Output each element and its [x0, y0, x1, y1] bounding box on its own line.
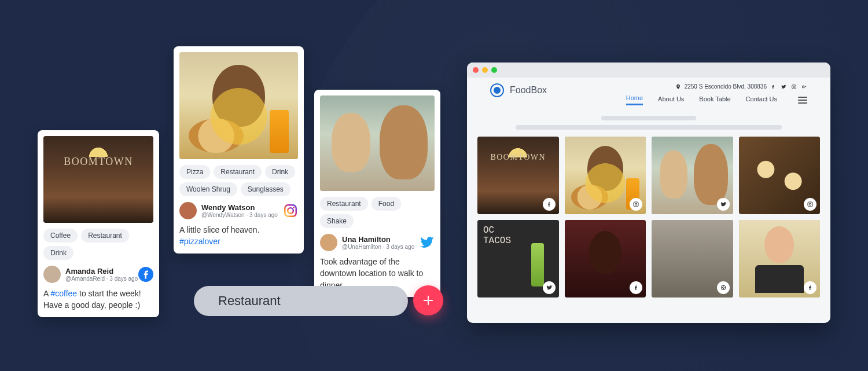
- avatar[interactable]: [179, 202, 197, 219]
- tag[interactable]: Drink: [43, 246, 73, 260]
- tag[interactable]: Restaurant: [320, 197, 368, 211]
- facebook-icon: [543, 198, 556, 211]
- window-min-icon[interactable]: [482, 67, 488, 73]
- author-name: Wendy Watson: [201, 203, 278, 212]
- instagram-icon[interactable]: [791, 84, 797, 90]
- svg-point-5: [793, 86, 795, 87]
- plus-icon: [422, 294, 435, 307]
- instagram-icon[interactable]: [283, 203, 298, 218]
- social-card: Restaurant Food Shake Una Hamilton @UnaH…: [314, 90, 440, 297]
- tag[interactable]: Sunglasses: [241, 182, 290, 196]
- facebook-icon[interactable]: [770, 84, 776, 90]
- post-image: [43, 136, 153, 223]
- social-card: Pizza Restaurant Drink Woolen Shrug Sung…: [174, 46, 304, 254]
- svg-rect-8: [808, 202, 812, 207]
- google-plus-icon[interactable]: [801, 84, 807, 90]
- hashtag-link[interactable]: #pizzalover: [179, 237, 220, 246]
- window-max-icon[interactable]: [491, 67, 497, 73]
- post-text: A little slice of heaven. #pizzalover: [179, 224, 298, 248]
- twitter-icon[interactable]: [420, 235, 435, 250]
- nav-link-contact[interactable]: Contact Us: [746, 95, 777, 105]
- post-text: A #coffee to start the week! Have a good…: [43, 288, 153, 311]
- post-image: [179, 52, 298, 159]
- feed-tile[interactable]: [739, 137, 821, 214]
- facebook-icon[interactable]: [138, 267, 153, 282]
- social-card: Coffee Restaurant Drink Amanda Reid @Ama…: [38, 130, 159, 317]
- facebook-icon: [630, 281, 642, 294]
- feed-tile[interactable]: [739, 220, 821, 297]
- tag-row: Restaurant Food Shake: [320, 197, 435, 228]
- nav-link-book[interactable]: Book Table: [699, 95, 730, 105]
- tag-row: Pizza Restaurant Drink Woolen Shrug Sung…: [179, 165, 298, 196]
- nav-link-about[interactable]: About Us: [658, 95, 684, 105]
- svg-point-2: [288, 208, 293, 214]
- brand-name: FoodBox: [510, 85, 547, 95]
- svg-rect-10: [721, 286, 725, 290]
- svg-rect-6: [634, 202, 638, 207]
- tag[interactable]: Shake: [320, 214, 354, 228]
- author-meta: @WendyWatson · 3 days ago: [201, 212, 278, 218]
- feed-tile[interactable]: [652, 137, 733, 214]
- svg-point-11: [722, 287, 724, 289]
- tag[interactable]: Coffee: [43, 229, 78, 243]
- author-name: Amanda Reid: [65, 267, 138, 276]
- feed-tile[interactable]: [565, 220, 646, 297]
- website-preview: FoodBox 2250 S Escondido Blvd, 308836 Ho…: [467, 63, 830, 323]
- svg-point-9: [809, 203, 811, 205]
- twitter-icon: [717, 198, 730, 211]
- twitter-icon: [543, 281, 556, 294]
- feed-tile[interactable]: [477, 137, 559, 214]
- tag[interactable]: Pizza: [179, 165, 210, 179]
- twitter-icon[interactable]: [781, 84, 786, 90]
- facebook-icon: [804, 281, 816, 294]
- pin-icon: [675, 84, 681, 90]
- tag[interactable]: Woolen Shrug: [179, 182, 237, 196]
- post-image: [320, 95, 435, 191]
- add-button[interactable]: [413, 285, 443, 315]
- instagram-icon: [630, 198, 642, 211]
- avatar[interactable]: [320, 234, 337, 251]
- hashtag-link[interactable]: #coffee: [50, 289, 77, 298]
- site-address: 2250 S Escondido Blvd, 308836: [675, 83, 807, 90]
- svg-rect-4: [792, 85, 796, 89]
- feed-tile[interactable]: [565, 137, 646, 214]
- menu-icon[interactable]: [798, 97, 807, 104]
- google-icon: [717, 281, 730, 294]
- feed-tile[interactable]: [652, 220, 733, 297]
- svg-rect-1: [285, 205, 296, 216]
- author-meta: @UnaHamilton · 3 days ago: [342, 244, 414, 250]
- feed-grid: [467, 133, 830, 307]
- svg-point-7: [635, 203, 637, 205]
- tag[interactable]: Restaurant: [214, 165, 262, 179]
- filter-label: Restaurant: [218, 293, 281, 308]
- site-brand[interactable]: FoodBox: [490, 83, 547, 97]
- skeleton-text: [467, 108, 830, 133]
- filter-pill[interactable]: Restaurant: [194, 286, 408, 316]
- tag[interactable]: Drink: [265, 165, 295, 179]
- site-nav: Home About Us Book Table Contact Us: [626, 94, 807, 105]
- nav-link-home[interactable]: Home: [626, 94, 643, 105]
- avatar[interactable]: [43, 266, 61, 283]
- author-name: Una Hamilton: [342, 235, 414, 244]
- feed-tile[interactable]: [477, 220, 559, 297]
- window-close-icon[interactable]: [473, 67, 479, 73]
- tag[interactable]: Restaurant: [81, 229, 129, 243]
- author-meta: @AmandaReid · 3 days ago: [65, 276, 138, 282]
- svg-point-3: [293, 207, 295, 208]
- window-titlebar: [467, 63, 830, 78]
- tag-row: Coffee Restaurant Drink: [43, 229, 153, 260]
- tag[interactable]: Food: [372, 197, 401, 211]
- instagram-icon: [804, 198, 816, 211]
- brand-logo-icon: [490, 83, 504, 97]
